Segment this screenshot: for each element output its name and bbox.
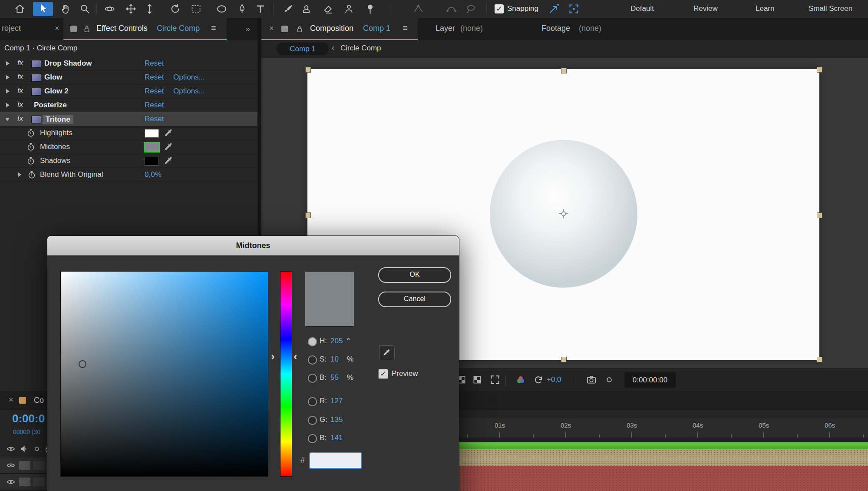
blue-radio[interactable] — [308, 434, 317, 443]
selection-handle-mid-left[interactable] — [305, 212, 311, 218]
type-tool-icon[interactable] — [254, 3, 266, 15]
work-area-bar[interactable] — [452, 442, 868, 449]
effect-name[interactable]: Drop Shadow — [44, 59, 92, 68]
stopwatch-icon[interactable] — [26, 156, 36, 166]
exposure-value[interactable]: +0,0 — [547, 375, 561, 384]
dialog-title-bar[interactable]: Midtones — [47, 236, 459, 255]
dolly-camera-tool-icon[interactable] — [144, 3, 155, 15]
effect-row-glow-2[interactable]: fx Glow 2 Reset Options... — [0, 84, 257, 99]
blue-value[interactable]: 141 — [330, 434, 343, 442]
green-radio[interactable] — [308, 416, 317, 425]
rotation-tool-icon[interactable] — [169, 3, 181, 15]
selection-handle-top-left[interactable] — [305, 67, 311, 73]
composition-tab[interactable]: × Composition Comp 1 ≡ — [261, 18, 418, 40]
shadows-color-swatch[interactable] — [145, 157, 159, 166]
snapshot-camera-icon[interactable] — [586, 374, 597, 385]
layer-duration-bar-red[interactable] — [452, 466, 868, 491]
brightness-value[interactable]: 55 — [330, 373, 339, 382]
selection-handle-bottom-right[interactable] — [817, 357, 822, 362]
workspace-default[interactable]: Default — [630, 4, 654, 13]
workspace-learn[interactable]: Learn — [756, 4, 774, 13]
effect-controls-tab[interactable]: Effect Controls Circle Comp ≡ — [63, 18, 227, 40]
pan-camera-tool-icon[interactable] — [125, 3, 137, 15]
work-area-track[interactable] — [452, 438, 868, 442]
property-row-highlights[interactable]: Highlights — [0, 126, 257, 140]
green-value[interactable]: 135 — [330, 415, 343, 424]
property-row-blend-with-original[interactable]: Blend With Original 0,0% — [0, 168, 257, 182]
twirl-right-icon[interactable] — [6, 61, 10, 66]
home-icon[interactable] — [14, 3, 26, 15]
effect-row-drop-shadow[interactable]: fx Drop Shadow Reset — [0, 56, 257, 71]
color-cursor[interactable] — [79, 360, 86, 368]
twirl-right-icon[interactable] — [6, 75, 10, 80]
selection-handle-top-center[interactable] — [561, 68, 567, 73]
layer-label-chip[interactable] — [19, 478, 30, 486]
eyedropper-icon[interactable] — [163, 128, 174, 138]
layer-duration-bar-tan[interactable] — [452, 449, 868, 466]
snap-to-features-icon[interactable] — [568, 3, 580, 15]
pen-tool-icon[interactable] — [236, 3, 248, 15]
options-link[interactable]: Options... — [173, 87, 205, 96]
selection-tool-button[interactable] — [33, 2, 53, 16]
hue-value[interactable]: 205 — [330, 337, 343, 345]
reset-link[interactable]: Reset — [145, 115, 164, 123]
audio-icon[interactable] — [19, 444, 29, 454]
property-row-shadows[interactable]: Shadows — [0, 154, 257, 168]
lock-icon[interactable] — [83, 25, 91, 33]
effect-name[interactable]: Posterize — [34, 101, 67, 109]
zoom-tool-icon[interactable] — [79, 3, 91, 15]
hand-tool-icon[interactable] — [59, 3, 71, 15]
hue-radio[interactable] — [308, 337, 317, 346]
eraser-tool-icon[interactable] — [322, 3, 334, 15]
preview-checkbox[interactable]: ✓ — [378, 369, 388, 379]
selection-handle-bottom-center[interactable] — [561, 357, 567, 362]
clone-stamp-tool-icon[interactable] — [300, 3, 312, 15]
saturation-value[interactable]: 10 — [330, 355, 339, 364]
timeline-tab-close-icon[interactable]: × — [9, 395, 13, 405]
saturation-brightness-field[interactable] — [60, 271, 268, 477]
eyedropper-button[interactable] — [379, 345, 395, 360]
project-tab[interactable]: roject — [2, 24, 21, 33]
twirl-right-icon[interactable] — [6, 103, 10, 107]
lock-icon[interactable] — [295, 25, 304, 33]
breadcrumb-comp-pill[interactable]: Comp 1 — [277, 43, 329, 55]
twirl-down-icon[interactable] — [5, 118, 10, 121]
midtones-color-swatch[interactable] — [144, 142, 160, 153]
show-channel-icon[interactable] — [604, 374, 615, 385]
eyedropper-icon[interactable] — [163, 156, 174, 166]
effect-row-posterize[interactable]: fx Posterize Reset — [0, 98, 257, 113]
reset-link[interactable]: Reset — [145, 87, 164, 96]
twirl-right-icon[interactable] — [6, 89, 10, 93]
stopwatch-icon[interactable] — [26, 128, 36, 138]
timeline-timecode[interactable]: 0:00:0 — [12, 412, 45, 425]
saturation-radio[interactable] — [308, 355, 317, 365]
property-row-midtones[interactable]: Midtones — [0, 140, 257, 154]
region-of-interest-icon[interactable] — [489, 374, 501, 385]
options-link[interactable]: Options... — [173, 73, 205, 82]
brightness-radio[interactable] — [308, 374, 317, 383]
reset-link[interactable]: Reset — [145, 73, 164, 82]
video-eye-icon[interactable] — [6, 444, 16, 454]
effect-row-glow[interactable]: fx Glow Reset Options... — [0, 70, 257, 85]
reset-exposure-icon[interactable] — [533, 374, 544, 385]
preview-timecode[interactable]: 0:00:00:00 — [624, 372, 676, 388]
timeline-ruler[interactable]: 01s 02s 03s 04s 05s 06s — [452, 418, 868, 438]
red-value[interactable]: 127 — [330, 397, 343, 405]
cancel-button[interactable]: Cancel — [378, 292, 451, 307]
color-management-icon[interactable] — [515, 374, 526, 385]
shape-ellipse-tool-icon[interactable] — [216, 3, 228, 15]
ok-button[interactable]: OK — [378, 267, 451, 283]
workspace-small-screen[interactable]: Small Screen — [809, 4, 852, 13]
snap-along-edges-icon[interactable] — [548, 3, 560, 15]
layer-tab-label[interactable]: Layer — [436, 24, 455, 33]
blend-value[interactable]: 0,0% — [145, 170, 162, 179]
reset-link[interactable]: Reset — [145, 59, 164, 68]
composition-tab-close-icon[interactable]: × — [269, 24, 274, 33]
layer-eye-icon[interactable] — [6, 461, 16, 470]
hex-input[interactable] — [309, 452, 362, 469]
layer-label-chip[interactable] — [19, 461, 30, 470]
effect-name[interactable]: Glow 2 — [44, 87, 69, 96]
eyedropper-icon[interactable] — [163, 142, 174, 152]
stopwatch-icon[interactable] — [26, 142, 36, 152]
hue-strip[interactable] — [280, 271, 292, 477]
